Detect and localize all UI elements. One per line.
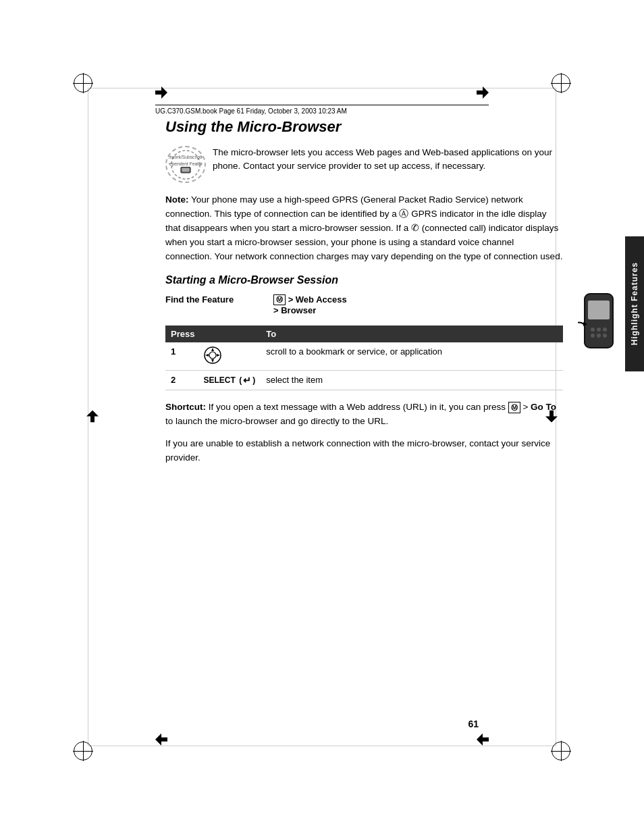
- table-header-row: Press To: [165, 325, 563, 342]
- svg-marker-25: [217, 354, 220, 357]
- arrow-mark-bot-r: [477, 733, 489, 748]
- shortcut-text-1: If you open a text message with a Web ad…: [206, 402, 508, 412]
- section-heading: Starting a Micro-Browser Session: [165, 274, 563, 286]
- note-text: Your phone may use a high-speed GPRS (Ge…: [165, 194, 562, 261]
- corner-reg-tl: [73, 73, 93, 93]
- svg-point-21: [209, 352, 216, 359]
- col-press-header: Press: [165, 325, 261, 342]
- find-feature-path-line2: > Browser: [273, 305, 316, 315]
- arrow-mark-top-r: [477, 86, 489, 101]
- file-info-text: UG.C370.GSM.book Page 61 Friday, October…: [155, 107, 347, 115]
- feature-icon: Network/Subscription Dependent Feature: [165, 146, 206, 183]
- svg-point-11: [591, 334, 595, 338]
- svg-marker-24: [205, 354, 209, 357]
- note-paragraph: Note: Your phone may use a high-speed GP…: [165, 193, 563, 264]
- table-body: 1 scroll to a bookmark or service, or a: [165, 342, 563, 390]
- svg-point-9: [597, 328, 601, 332]
- step-1-num: 1: [165, 342, 198, 371]
- arrow-mark-mid-l: [86, 410, 99, 424]
- svg-marker-4: [86, 410, 99, 422]
- svg-rect-7: [588, 301, 610, 319]
- side-tab: Highlight Features: [625, 236, 644, 371]
- side-tab-label: Highlight Features: [630, 262, 639, 345]
- file-info-bar: UG.C370.GSM.book Page 61 Friday, October…: [155, 105, 489, 115]
- intro-text: The micro-browser lets you access Web pa…: [213, 146, 563, 174]
- shortcut-menu-icon: Ⓜ: [508, 402, 520, 414]
- phone-illustration: [578, 290, 625, 358]
- step-1-icon: [198, 342, 261, 371]
- page-container: UG.C370.GSM.book Page 61 Friday, October…: [0, 0, 644, 834]
- col-to-header: To: [261, 325, 563, 342]
- table-header: Press To: [165, 325, 563, 342]
- corner-reg-bl: [73, 741, 93, 761]
- svg-rect-19: [182, 167, 190, 172]
- steps-table: Press To 1: [165, 325, 563, 390]
- arrow-mark-bot-l: [155, 733, 167, 748]
- shortcut-paragraph: Shortcut: If you open a text message wit…: [165, 400, 563, 429]
- svg-text:Dependent Feature: Dependent Feature: [169, 161, 203, 166]
- step-2-num: 2: [165, 371, 198, 390]
- svg-point-8: [591, 328, 595, 332]
- corner-reg-tr: [551, 73, 571, 93]
- step-1-to: scroll to a bookmark or service, or appl…: [261, 342, 563, 371]
- shortcut-goto: > Go To: [520, 402, 556, 412]
- svg-marker-23: [211, 359, 214, 363]
- table-row: 2 SELECT (↵) select the item: [165, 371, 563, 390]
- find-feature-label: Find the Feature: [165, 294, 273, 305]
- find-feature-value: Ⓜ > Web Access > Browser: [273, 294, 347, 316]
- svg-marker-22: [211, 348, 214, 351]
- page-title: Using the Micro-Browser: [165, 118, 563, 136]
- step-2-press: SELECT (↵): [198, 371, 261, 390]
- table-row: 1 scroll to a bookmark or service, or a: [165, 342, 563, 371]
- select-key-label: SELECT (↵): [204, 375, 256, 386]
- menu-icon: Ⓜ: [273, 294, 286, 305]
- arrow-mark-top-l: [155, 86, 167, 101]
- shortcut-text-2: to launch the micro-browser and go direc…: [165, 416, 388, 426]
- note-label: Note:: [165, 194, 189, 205]
- svg-point-10: [603, 328, 607, 332]
- svg-marker-2: [155, 733, 167, 746]
- find-feature-path-line1: > Web Access: [288, 294, 347, 305]
- step-2-to: select the item: [261, 371, 563, 390]
- svg-text:Network/Subscription: Network/Subscription: [169, 155, 203, 160]
- content-area: Using the Micro-Browser Network/Subscrip…: [165, 118, 563, 733]
- svg-marker-3: [477, 733, 489, 746]
- find-feature: Find the Feature Ⓜ > Web Access > Browse…: [165, 294, 563, 316]
- final-paragraph: If you are unable to establish a network…: [165, 437, 563, 465]
- intro-section: Network/Subscription Dependent Feature T…: [165, 146, 563, 183]
- svg-point-13: [603, 334, 607, 338]
- page-number: 61: [468, 719, 479, 729]
- svg-marker-1: [477, 86, 489, 99]
- corner-reg-br: [551, 741, 571, 761]
- svg-point-12: [597, 334, 601, 338]
- shortcut-label: Shortcut:: [165, 402, 206, 412]
- svg-marker-0: [155, 86, 167, 99]
